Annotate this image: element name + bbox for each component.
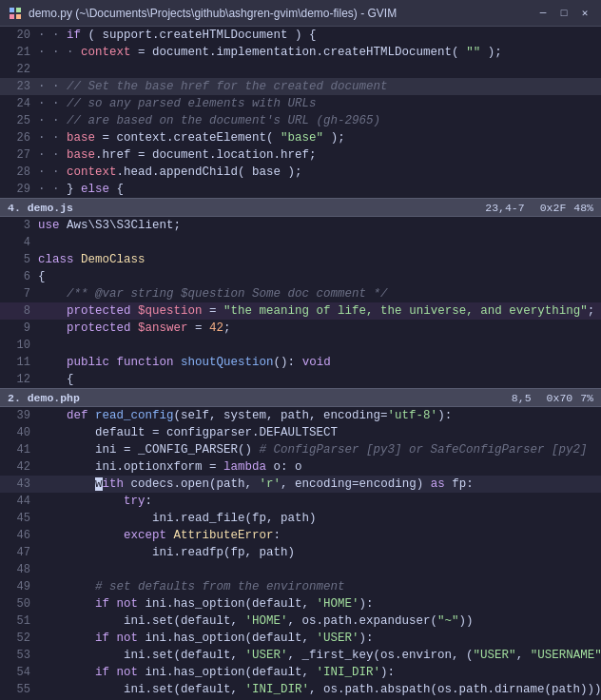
line-55: 55 ini.set(default, 'INI_DIR', os.path.a…: [0, 681, 601, 698]
code-lines-2: 3 use Aws\S3\S3Client; 4 5 class DemoCla…: [0, 217, 601, 388]
line-5: 5 class DemoClass: [0, 251, 601, 268]
window-controls: ─ □ ✕: [534, 5, 593, 22]
line-6: 6 {: [0, 268, 601, 285]
status-bar-1: 4. demo.js 23,4-7 0x2F 48%: [0, 198, 601, 217]
line-27: 27 · · base.href = document.location.hre…: [0, 146, 601, 164]
line-43: 43 with codecs.open(path, 'r', encoding=…: [0, 476, 601, 493]
line-49: 49 # set defaults from the environment: [0, 578, 601, 595]
line-28: 28 · · context.head.appendChild( base );: [0, 164, 601, 181]
svg-rect-2: [10, 14, 14, 19]
line-26: 26 · · base = context.createElement( "ba…: [0, 129, 601, 146]
app-icon: [8, 6, 23, 21]
line-41: 41 ini = _CONFIG_PARSER() # ConfigParser…: [0, 441, 601, 458]
line-42: 42 ini.optionxform = lambda o: o: [0, 458, 601, 476]
line-24: 24 · · // so any parsed elements with UR…: [0, 95, 601, 112]
svg-rect-3: [16, 14, 21, 19]
editor: 20 · · if ( support.createHTMLDocument )…: [0, 27, 601, 700]
line-3: 3 use Aws\S3\S3Client;: [0, 217, 601, 234]
line-4: 4: [0, 234, 601, 251]
status-hex-2: 0x70: [547, 392, 573, 404]
status-filename-1: 4. demo.js: [8, 202, 470, 214]
window-title: demo.py (~\Documents\Projects\github\ash…: [29, 7, 534, 20]
line-8: 8 protected $question = "the meaning of …: [0, 302, 601, 320]
minimize-button[interactable]: ─: [534, 5, 552, 22]
line-52: 52 if not ini.has_option(default, 'USER'…: [0, 630, 601, 647]
line-45: 45 ini.read_file(fp, path): [0, 510, 601, 527]
svg-rect-1: [16, 8, 21, 12]
line-9: 9 protected $answer = 42;: [0, 320, 601, 337]
status-pos-2: 8,5: [512, 392, 532, 404]
line-46: 46 except AttributeError:: [0, 527, 601, 544]
maximize-button[interactable]: □: [555, 5, 572, 22]
line-39: 39 def read_config(self, system, path, e…: [0, 407, 601, 424]
code-lines-1: 20 · · if ( support.createHTMLDocument )…: [0, 27, 601, 198]
line-20: 20 · · if ( support.createHTMLDocument )…: [0, 27, 601, 44]
line-51: 51 ini.set(default, 'HOME', os.path.expa…: [0, 612, 601, 630]
code-lines-3: 39 def read_config(self, system, path, e…: [0, 407, 601, 700]
line-44: 44 try:: [0, 493, 601, 510]
line-48: 48: [0, 561, 601, 578]
line-50: 50 if not ini.has_option(default, 'HOME'…: [0, 595, 601, 612]
status-pos-1: 23,4-7: [485, 202, 524, 214]
line-53: 53 ini.set(default, 'USER', _first_key(o…: [0, 647, 601, 664]
status-hex-1: 0x2F: [540, 202, 567, 214]
line-22: 22: [0, 61, 601, 78]
line-10: 10: [0, 337, 601, 354]
line-47: 47 ini.readfp(fp, path): [0, 544, 601, 561]
code-section-1: 20 · · if ( support.createHTMLDocument )…: [0, 27, 601, 217]
line-12: 12 {: [0, 371, 601, 388]
line-40: 40 default = configparser.DEFAULTSECT: [0, 424, 601, 441]
line-21: 21 · · · context = document.implementati…: [0, 44, 601, 61]
status-bar-2: 2. demo.php 8,5 0x70 7%: [0, 388, 601, 407]
line-23: 23 · · // Set the base href for the crea…: [0, 78, 601, 95]
line-29: 29 · · } else {: [0, 181, 601, 198]
status-pct-1: 48%: [573, 202, 593, 214]
status-pct-2: 7%: [580, 392, 593, 404]
line-54: 54 if not ini.has_option(default, 'INI_D…: [0, 664, 601, 681]
code-section-2: 3 use Aws\S3\S3Client; 4 5 class DemoCla…: [0, 217, 601, 407]
line-7: 7 /** @var string $question Some doc com…: [0, 285, 601, 302]
line-11: 11 public function shoutQuestion(): void: [0, 354, 601, 371]
line-25: 25 · · // are based on the document's UR…: [0, 112, 601, 129]
title-bar: demo.py (~\Documents\Projects\github\ash…: [0, 0, 601, 27]
svg-rect-0: [10, 8, 14, 12]
status-filename-2: 2. demo.php: [8, 392, 496, 404]
code-section-3: 39 def read_config(self, system, path, e…: [0, 407, 601, 700]
close-button[interactable]: ✕: [576, 5, 593, 22]
